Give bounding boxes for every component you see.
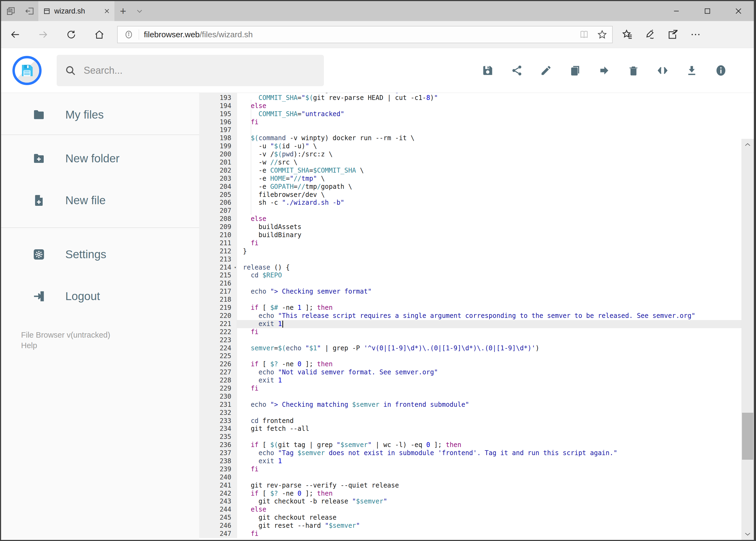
share-file-button[interactable] (502, 54, 531, 87)
code-line[interactable]: 205 filebrowser/dev \ (199, 191, 741, 199)
code-line[interactable]: 224 semver=$(echo "$1" | grep -P '^v(0|[… (199, 344, 741, 352)
filebrowser-logo[interactable] (12, 56, 42, 85)
fold-arrow-icon[interactable]: ▾ (234, 264, 236, 272)
scrollbar-thumb[interactable] (742, 413, 753, 460)
url-text[interactable]: filebrowser.web/files/wizard.sh (144, 30, 579, 39)
tab-close-icon[interactable] (104, 8, 110, 14)
code-view-button[interactable] (648, 54, 677, 87)
code-text[interactable]: echo "> Checking semver format" (237, 287, 741, 296)
code-line[interactable]: 203 -e HOME="//tmp" \ (199, 175, 741, 183)
search-input[interactable]: Search... (57, 55, 324, 86)
code-text[interactable]: fi (237, 239, 741, 248)
code-line[interactable]: 237 echo "Tag $semver does not exist in … (199, 449, 741, 457)
tab-list-chevron-icon[interactable] (132, 1, 147, 21)
code-text[interactable] (237, 296, 741, 304)
code-text[interactable]: if [ $# -ne 1 ]; then (237, 304, 741, 312)
code-line[interactable]: 241 git rev-parse --verify --quiet relea… (199, 482, 741, 490)
code-text[interactable]: -w //src \ (237, 159, 741, 167)
maximize-button[interactable] (692, 1, 723, 21)
code-text[interactable] (237, 126, 741, 134)
close-button[interactable] (723, 1, 754, 21)
code-text[interactable]: if [ $? -ne 0 ]; then (237, 360, 741, 368)
share-icon[interactable] (667, 29, 678, 40)
tab-preview-icon[interactable] (5, 5, 17, 17)
code-text[interactable]: echo "This release script requires a sin… (237, 312, 741, 320)
code-line[interactable]: 198 $(command -v winpty) docker run --rm… (199, 134, 741, 142)
code-line[interactable]: 216 (199, 279, 741, 287)
code-line[interactable]: 211 fi (199, 239, 741, 248)
code-line[interactable]: 234 git fetch --all (199, 425, 741, 433)
code-line[interactable]: 197 (199, 126, 741, 134)
code-text[interactable]: release () { (237, 264, 741, 272)
code-text[interactable]: -e GOPATH=//tmp/gopath \ (237, 183, 741, 191)
help-link[interactable]: Help (21, 340, 199, 350)
code-editor[interactable]: 192 if [ "$(command -v git)" ] && [ -d "… (199, 93, 741, 540)
code-text[interactable]: -v /$(pwd):/src:z \ (237, 151, 741, 159)
code-text[interactable] (237, 279, 741, 287)
code-line[interactable]: 233 cd frontend (199, 417, 741, 425)
copy-button[interactable] (561, 54, 590, 87)
code-line[interactable]: 228 exit 1 (199, 376, 741, 385)
code-line[interactable]: 247 fi (199, 530, 741, 538)
code-text[interactable]: } (237, 248, 741, 256)
code-line[interactable]: 231 echo "> Checking matching $semver in… (199, 401, 741, 409)
code-text[interactable] (237, 207, 741, 215)
delete-button[interactable] (619, 54, 648, 87)
code-line[interactable]: 193 COMMIT_SHA="$(git rev-parse HEAD | c… (199, 94, 741, 102)
code-text[interactable]: echo "> Checking matching $semver in fro… (237, 401, 741, 409)
favorites-list-icon[interactable] (622, 29, 633, 40)
code-text[interactable]: git rev-parse --verify --quiet release (237, 482, 741, 490)
sidebar-item-new-folder[interactable]: New folder (1, 144, 199, 174)
code-text[interactable]: else (237, 102, 741, 110)
info-button[interactable] (706, 54, 735, 87)
code-line[interactable]: 219 if [ $# -ne 1 ]; then (199, 304, 741, 312)
code-text[interactable]: echo "Not valid semver format. See semve… (237, 368, 741, 376)
code-text[interactable] (237, 473, 741, 482)
code-text[interactable]: else (237, 506, 741, 514)
code-line[interactable]: 207 (199, 207, 741, 215)
code-line[interactable]: 246 git reset --hard "$semver" (199, 522, 741, 530)
new-tab-button[interactable]: + (115, 1, 132, 21)
code-text[interactable]: else (237, 215, 741, 223)
code-text[interactable]: exit 1 (237, 320, 741, 328)
code-line[interactable]: 201 -w //src \ (199, 159, 741, 167)
code-text[interactable] (237, 352, 741, 360)
edit-button[interactable] (531, 54, 561, 87)
code-line[interactable]: 220 echo "This release script requires a… (199, 312, 741, 320)
scroll-up-icon[interactable] (741, 139, 754, 151)
code-text[interactable]: fi (237, 385, 741, 393)
code-text[interactable]: COMMIT_SHA="untracked" (237, 110, 741, 118)
code-line[interactable]: 213 (199, 256, 741, 264)
sidebar-item-new-file[interactable]: New file (1, 186, 199, 215)
code-text[interactable] (237, 256, 741, 264)
code-line[interactable]: 221 exit 1 (199, 320, 741, 328)
code-line[interactable]: 195 COMMIT_SHA="untracked" (199, 110, 741, 118)
code-text[interactable]: -e HOME="//tmp" \ (237, 175, 741, 183)
refresh-button[interactable] (57, 21, 85, 48)
code-text[interactable]: $(command -v winpty) docker run --rm -it… (237, 134, 741, 142)
code-line[interactable]: 212} (199, 248, 741, 256)
tab-wizard-sh[interactable]: wizard.sh (38, 1, 115, 21)
code-text[interactable]: -u "$(id -u)" \ (237, 142, 741, 151)
sidebar-item-settings[interactable]: Settings (1, 240, 199, 269)
code-line[interactable]: 226 if [ $? -ne 0 ]; then (199, 360, 741, 368)
code-line[interactable]: 227 echo "Not valid semver format. See s… (199, 368, 741, 376)
code-text[interactable]: COMMIT_SHA="$(git rev-parse HEAD | cut -… (237, 94, 741, 102)
download-button[interactable] (677, 54, 706, 87)
code-text[interactable]: buildAssets (237, 223, 741, 231)
code-text[interactable] (237, 336, 741, 344)
code-text[interactable]: if [ $? -ne 0 ]; then (237, 490, 741, 498)
code-line[interactable]: 240 (199, 473, 741, 482)
code-text[interactable]: fi (237, 328, 741, 336)
code-line[interactable]: 235 (199, 433, 741, 441)
code-text[interactable]: semver=$(echo "$1" | grep -P '^v(0|[1-9]… (237, 344, 741, 352)
code-line[interactable]: 230 (199, 393, 741, 401)
code-line[interactable]: 225 (199, 352, 741, 360)
code-text[interactable]: filebrowser/dev \ (237, 191, 741, 199)
code-line[interactable]: 239 fi (199, 465, 741, 473)
sidebar-item-my-files[interactable]: My files (1, 100, 199, 130)
page-scrollbar[interactable] (741, 139, 754, 540)
code-line[interactable]: 214▾release () { (199, 264, 741, 272)
code-line[interactable]: 196 fi (199, 118, 741, 126)
code-text[interactable]: cd $REPO (237, 271, 741, 279)
